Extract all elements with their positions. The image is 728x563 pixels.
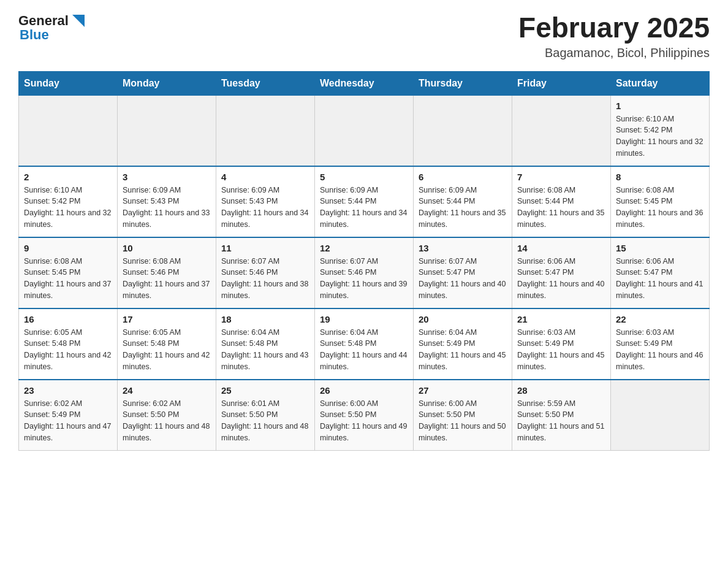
day-number: 3 bbox=[123, 172, 211, 182]
calendar-day-cell bbox=[414, 95, 512, 166]
day-info: Sunrise: 6:00 AM Sunset: 5:50 PM Dayligh… bbox=[320, 398, 408, 444]
day-number: 14 bbox=[517, 243, 605, 253]
calendar-day-cell: 14Sunrise: 6:06 AM Sunset: 5:47 PM Dayli… bbox=[512, 237, 611, 308]
calendar-day-cell: 13Sunrise: 6:07 AM Sunset: 5:47 PM Dayli… bbox=[414, 237, 512, 308]
day-info: Sunrise: 6:01 AM Sunset: 5:50 PM Dayligh… bbox=[221, 398, 309, 444]
day-number: 18 bbox=[221, 314, 309, 324]
calendar-day-cell: 21Sunrise: 6:03 AM Sunset: 5:49 PM Dayli… bbox=[512, 308, 611, 380]
day-info: Sunrise: 6:10 AM Sunset: 5:42 PM Dayligh… bbox=[616, 113, 704, 159]
day-info: Sunrise: 6:09 AM Sunset: 5:43 PM Dayligh… bbox=[123, 185, 211, 231]
day-info: Sunrise: 6:06 AM Sunset: 5:47 PM Dayligh… bbox=[517, 256, 605, 302]
calendar-day-cell bbox=[315, 95, 414, 166]
calendar-day-cell bbox=[611, 380, 710, 451]
day-info: Sunrise: 5:59 AM Sunset: 5:50 PM Dayligh… bbox=[517, 398, 605, 444]
calendar-day-cell bbox=[216, 95, 315, 166]
calendar-day-cell: 26Sunrise: 6:00 AM Sunset: 5:50 PM Dayli… bbox=[315, 380, 414, 451]
calendar-day-cell: 28Sunrise: 5:59 AM Sunset: 5:50 PM Dayli… bbox=[512, 380, 611, 451]
day-number: 10 bbox=[123, 243, 211, 253]
day-number: 22 bbox=[616, 314, 704, 324]
day-info: Sunrise: 6:09 AM Sunset: 5:44 PM Dayligh… bbox=[320, 185, 408, 231]
calendar-day-cell: 22Sunrise: 6:03 AM Sunset: 5:49 PM Dayli… bbox=[611, 308, 710, 380]
day-number: 23 bbox=[24, 385, 112, 396]
day-number: 16 bbox=[24, 314, 112, 324]
day-number: 28 bbox=[517, 385, 605, 396]
day-number: 11 bbox=[221, 243, 309, 253]
day-info: Sunrise: 6:07 AM Sunset: 5:46 PM Dayligh… bbox=[320, 256, 408, 302]
day-number: 26 bbox=[320, 385, 408, 396]
day-info: Sunrise: 6:02 AM Sunset: 5:50 PM Dayligh… bbox=[123, 398, 211, 444]
calendar-week-row: 2Sunrise: 6:10 AM Sunset: 5:42 PM Daylig… bbox=[19, 166, 710, 237]
day-number: 24 bbox=[123, 385, 211, 396]
day-info: Sunrise: 6:07 AM Sunset: 5:46 PM Dayligh… bbox=[221, 256, 309, 302]
day-number: 6 bbox=[419, 172, 507, 182]
calendar-day-header: Sunday bbox=[19, 71, 118, 95]
calendar-day-cell: 8Sunrise: 6:08 AM Sunset: 5:45 PM Daylig… bbox=[611, 166, 710, 237]
logo-text-blue: Blue bbox=[20, 27, 87, 43]
calendar-week-row: 16Sunrise: 6:05 AM Sunset: 5:48 PM Dayli… bbox=[19, 308, 710, 380]
day-info: Sunrise: 6:10 AM Sunset: 5:42 PM Dayligh… bbox=[24, 185, 112, 231]
day-info: Sunrise: 6:08 AM Sunset: 5:45 PM Dayligh… bbox=[24, 256, 112, 302]
day-info: Sunrise: 6:04 AM Sunset: 5:48 PM Dayligh… bbox=[320, 327, 408, 373]
day-info: Sunrise: 6:08 AM Sunset: 5:44 PM Dayligh… bbox=[517, 185, 605, 231]
calendar-day-header: Wednesday bbox=[315, 71, 414, 95]
day-number: 17 bbox=[123, 314, 211, 324]
calendar-day-header: Thursday bbox=[414, 71, 512, 95]
day-number: 2 bbox=[24, 172, 112, 182]
calendar-day-cell: 4Sunrise: 6:09 AM Sunset: 5:43 PM Daylig… bbox=[216, 166, 315, 237]
day-info: Sunrise: 6:05 AM Sunset: 5:48 PM Dayligh… bbox=[24, 327, 112, 373]
calendar-week-row: 23Sunrise: 6:02 AM Sunset: 5:49 PM Dayli… bbox=[19, 380, 710, 451]
day-info: Sunrise: 6:08 AM Sunset: 5:46 PM Dayligh… bbox=[123, 256, 211, 302]
calendar-day-cell: 3Sunrise: 6:09 AM Sunset: 5:43 PM Daylig… bbox=[118, 166, 216, 237]
calendar-day-header: Saturday bbox=[611, 71, 710, 95]
day-info: Sunrise: 6:09 AM Sunset: 5:43 PM Dayligh… bbox=[221, 185, 309, 231]
calendar-day-cell: 18Sunrise: 6:04 AM Sunset: 5:48 PM Dayli… bbox=[216, 308, 315, 380]
page-subtitle: Bagamanoc, Bicol, Philippines bbox=[518, 46, 710, 60]
day-number: 4 bbox=[221, 172, 309, 182]
day-number: 8 bbox=[616, 172, 704, 182]
calendar-day-cell: 16Sunrise: 6:05 AM Sunset: 5:48 PM Dayli… bbox=[19, 308, 118, 380]
calendar-day-cell: 5Sunrise: 6:09 AM Sunset: 5:44 PM Daylig… bbox=[315, 166, 414, 237]
day-info: Sunrise: 6:04 AM Sunset: 5:49 PM Dayligh… bbox=[419, 327, 507, 373]
calendar-week-row: 1Sunrise: 6:10 AM Sunset: 5:42 PM Daylig… bbox=[19, 95, 710, 166]
calendar-day-cell: 11Sunrise: 6:07 AM Sunset: 5:46 PM Dayli… bbox=[216, 237, 315, 308]
day-info: Sunrise: 6:07 AM Sunset: 5:47 PM Dayligh… bbox=[419, 256, 507, 302]
day-info: Sunrise: 6:05 AM Sunset: 5:48 PM Dayligh… bbox=[123, 327, 211, 373]
page-header: General Blue February 2025 Bagamanoc, Bi… bbox=[18, 12, 710, 60]
logo: General Blue bbox=[18, 12, 87, 43]
day-info: Sunrise: 6:08 AM Sunset: 5:45 PM Dayligh… bbox=[616, 185, 704, 231]
day-number: 5 bbox=[320, 172, 408, 182]
day-number: 12 bbox=[320, 243, 408, 253]
calendar-day-cell: 17Sunrise: 6:05 AM Sunset: 5:48 PM Dayli… bbox=[118, 308, 216, 380]
day-info: Sunrise: 6:00 AM Sunset: 5:50 PM Dayligh… bbox=[419, 398, 507, 444]
calendar-day-cell: 9Sunrise: 6:08 AM Sunset: 5:45 PM Daylig… bbox=[19, 237, 118, 308]
day-number: 9 bbox=[24, 243, 112, 253]
calendar-week-row: 9Sunrise: 6:08 AM Sunset: 5:45 PM Daylig… bbox=[19, 237, 710, 308]
day-number: 13 bbox=[419, 243, 507, 253]
calendar-table: SundayMondayTuesdayWednesdayThursdayFrid… bbox=[18, 71, 710, 451]
calendar-day-cell: 10Sunrise: 6:08 AM Sunset: 5:46 PM Dayli… bbox=[118, 237, 216, 308]
calendar-day-header: Friday bbox=[512, 71, 611, 95]
calendar-day-cell: 23Sunrise: 6:02 AM Sunset: 5:49 PM Dayli… bbox=[19, 380, 118, 451]
calendar-header-row: SundayMondayTuesdayWednesdayThursdayFrid… bbox=[19, 71, 710, 95]
day-number: 15 bbox=[616, 243, 704, 253]
day-number: 21 bbox=[517, 314, 605, 324]
page-title: February 2025 bbox=[518, 12, 710, 44]
calendar-day-cell: 27Sunrise: 6:00 AM Sunset: 5:50 PM Dayli… bbox=[414, 380, 512, 451]
svg-marker-0 bbox=[72, 15, 85, 27]
calendar-day-cell: 20Sunrise: 6:04 AM Sunset: 5:49 PM Dayli… bbox=[414, 308, 512, 380]
title-section: February 2025 Bagamanoc, Bicol, Philippi… bbox=[518, 12, 710, 60]
calendar-day-cell bbox=[19, 95, 118, 166]
calendar-day-cell: 1Sunrise: 6:10 AM Sunset: 5:42 PM Daylig… bbox=[611, 95, 710, 166]
calendar-day-cell: 12Sunrise: 6:07 AM Sunset: 5:46 PM Dayli… bbox=[315, 237, 414, 308]
day-number: 20 bbox=[419, 314, 507, 324]
calendar-day-cell: 7Sunrise: 6:08 AM Sunset: 5:44 PM Daylig… bbox=[512, 166, 611, 237]
calendar-day-cell: 2Sunrise: 6:10 AM Sunset: 5:42 PM Daylig… bbox=[19, 166, 118, 237]
calendar-day-cell: 24Sunrise: 6:02 AM Sunset: 5:50 PM Dayli… bbox=[118, 380, 216, 451]
day-info: Sunrise: 6:02 AM Sunset: 5:49 PM Dayligh… bbox=[24, 398, 112, 444]
day-number: 7 bbox=[517, 172, 605, 182]
calendar-day-cell bbox=[118, 95, 216, 166]
day-number: 1 bbox=[616, 101, 704, 111]
calendar-day-cell bbox=[512, 95, 611, 166]
calendar-day-cell: 6Sunrise: 6:09 AM Sunset: 5:44 PM Daylig… bbox=[414, 166, 512, 237]
calendar-day-cell: 25Sunrise: 6:01 AM Sunset: 5:50 PM Dayli… bbox=[216, 380, 315, 451]
